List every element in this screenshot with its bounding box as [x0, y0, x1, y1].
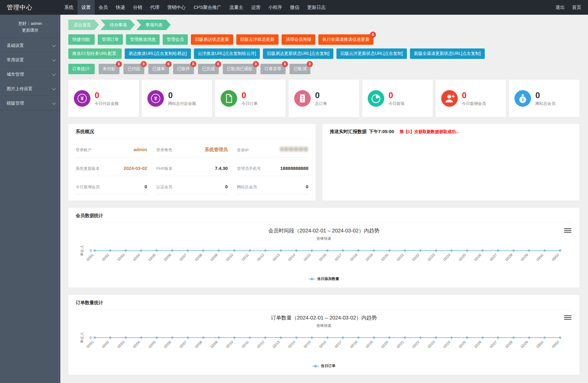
toolbar-button-0-3[interactable]: 旧版易达状态更新 [191, 34, 233, 45]
count-badge: 0 [165, 61, 172, 67]
nav-item-0[interactable]: 系统 [60, 0, 78, 15]
count-badge: 0 [116, 61, 122, 67]
svg-text:02/28: 02/28 [505, 340, 513, 349]
svg-text:02/03: 02/03 [117, 253, 125, 262]
overview-value: 0 [306, 184, 308, 189]
stat-card-4: 0今日提现 [362, 80, 433, 117]
overview-value: 7.4.30 [215, 166, 228, 171]
stat-label: 今日提现 [389, 101, 404, 106]
count-badge: 0 [282, 61, 288, 67]
app-title: 管理中心 [0, 0, 60, 15]
chart-menu-icon[interactable] [564, 227, 571, 233]
nav-item-7[interactable]: CPS聚合推广 [190, 0, 226, 15]
toolbar-button-1-2[interactable]: 旧版易达更新状态URL[点击复制] [263, 48, 333, 59]
sidebar-item-label: 图片上传设置 [7, 86, 32, 92]
nav-item-4[interactable]: 分销 [129, 0, 146, 15]
chevron-down-icon [52, 101, 56, 105]
overview-cell-0-1: 登录角色系统管理员 [156, 139, 228, 158]
nav-right-item-0[interactable]: 退出 [552, 0, 568, 15]
toolbar-button-2-4[interactable]: 已完成0 [198, 64, 219, 74]
chart-menu-icon[interactable] [564, 314, 571, 320]
sidebar-item-4[interactable]: 模版管理 [0, 96, 60, 110]
toolbar-button-2-2[interactable]: 已接单0 [148, 64, 169, 74]
breadcrumb-item-2[interactable]: 事项列表 [136, 20, 171, 30]
sidebar-item-2[interactable]: 城市管理 [0, 67, 60, 82]
sidebar-greeting: 您好：admin 更新缓存 [0, 15, 60, 38]
stat-label: 今日付款金额 [95, 101, 119, 106]
svg-text:02/18: 02/18 [349, 340, 358, 349]
chart-legend[interactable]: 当日添加数量 [76, 276, 572, 282]
line-chart: 0单位:人02/0102/0202/0302/0402/0502/0602/07… [76, 330, 571, 360]
chart-subtitle: 壹锋快递 [76, 323, 572, 328]
toolbar-button-2-1[interactable]: 已付款0 [123, 64, 144, 74]
svg-text:02/19: 02/19 [365, 340, 374, 349]
nav-item-11[interactable]: 微信 [286, 0, 303, 15]
toolbar-button-2-7[interactable]: 已取消0 [290, 64, 310, 74]
nav-item-10[interactable]: 小程序 [264, 0, 286, 15]
count-badge: 0 [253, 61, 259, 67]
toolbar-row-2: 订单统计:未付款0已付款0已接单0已取件0已完成0已取消已退款0订单异常0已取消… [68, 64, 579, 74]
count-badge: 0 [215, 61, 221, 67]
svg-text:02/16: 02/16 [318, 340, 327, 349]
topbar-nav: 系统设置会员快递分销代理营销中心CPS聚合推广流量主运营小程序微信更新日志 [60, 0, 330, 15]
count-badge: 0 [141, 61, 147, 67]
nav-item-1[interactable]: 设置 [78, 0, 95, 15]
stat-card-body: 0网站总会员 [535, 91, 555, 106]
overview-value: 系统管理员 [205, 147, 228, 153]
svg-text:02/19: 02/19 [365, 253, 374, 262]
svg-text:02/04: 02/04 [132, 340, 141, 349]
update-cache-link[interactable]: 更新缓存 [3, 27, 57, 34]
nav-item-5[interactable]: 代理 [146, 0, 163, 15]
toolbar-button-1-4[interactable]: 新版全渠道更新状态URL[点击复制] [410, 48, 485, 59]
toolbar-button-0-4[interactable]: 旧版云洋状态更新 [236, 34, 279, 45]
sidebar-item-3[interactable]: 图片上传设置 [0, 82, 60, 96]
svg-text:02/26: 02/26 [473, 340, 482, 349]
stat-label: 今日订单 [241, 101, 257, 106]
svg-text:02/08: 02/08 [194, 340, 203, 349]
nav-item-8[interactable]: 流量主 [226, 0, 247, 15]
nav-item-2[interactable]: 会员 [95, 0, 112, 15]
nav-item-12[interactable]: 更新日志 [303, 0, 330, 15]
stat-label: 总订单 [315, 101, 327, 106]
line-chart: 0单位:人02/0102/0202/0302/0402/0502/0602/07… [76, 243, 571, 273]
stat-card-body: 0总订单 [315, 91, 327, 106]
nav-item-9[interactable]: 运营 [247, 0, 264, 15]
toolbar-button-0-0[interactable]: 管理订单 [98, 34, 123, 45]
system-overview-grid: 登录账户admin登录角色系统管理员登录IP系统更新版本2024-03-02PH… [76, 139, 308, 194]
overview-label: 登录账户 [76, 147, 92, 153]
push-report-title: 推送实时汇报数据 [330, 129, 366, 135]
member-stats-title: 会员数据统计 [76, 213, 572, 223]
toolbar-button-1-1[interactable]: 云洋推送URL[点击复制给云洋] [194, 48, 260, 59]
toolbar-button-0-2[interactable]: 管理会员 [163, 34, 188, 45]
stat-value: 0 [95, 91, 119, 100]
nav-right-item-1[interactable]: 首页 [568, 0, 585, 15]
toolbar-button-2-0[interactable]: 未付款0 [99, 64, 119, 74]
toolbar-button-2-5[interactable]: 已取消已退款0 [223, 64, 256, 74]
toolbar-button-1-3[interactable]: 旧版云洋更新状态URL[点击复制] [336, 48, 407, 59]
breadcrumb-item-0[interactable]: 后台首页 [68, 20, 99, 30]
overview-value: 18888888888 [280, 166, 309, 171]
svg-text:02/14: 02/14 [287, 340, 296, 349]
overview-label: 今日新增会员 [76, 184, 100, 190]
overview-cell-1-0: 系统更新版本2024-03-02 [76, 158, 147, 176]
breadcrumb-item-1[interactable]: 待办事项 [101, 20, 135, 30]
push-report-message: 第【1】次获取新数据获取成功... [400, 129, 459, 135]
toolbar-button-0-1[interactable]: 管理推送消息 [126, 34, 160, 45]
toolbar-button-2-6[interactable]: 订单异常0 [260, 64, 286, 74]
nav-item-6[interactable]: 营销中心 [163, 0, 190, 15]
stat-label: 今日新增会员 [462, 101, 486, 106]
toolbar-button-1-0[interactable]: 易达推送URL[点击复制给易达] [125, 48, 191, 59]
toolbar-button-0-6[interactable]: 执行全渠道推送信息更新0 [318, 34, 374, 45]
toolbar-button-2-3[interactable]: 已取件0 [173, 64, 194, 74]
svg-text:02/24: 02/24 [442, 340, 451, 349]
sidebar-item-label: 基础设置 [7, 43, 24, 48]
svg-text:02/21: 02/21 [396, 253, 404, 262]
overview-label: 登录IP [237, 147, 248, 153]
nav-item-3[interactable]: 快递 [112, 0, 129, 15]
svg-text:02/13: 02/13 [272, 340, 280, 349]
toolbar-button-0-5[interactable]: 清理会员海报 [282, 34, 315, 45]
count-badge: 0 [190, 61, 196, 67]
sidebar-item-0[interactable]: 基础设置 [0, 38, 60, 53]
chart-legend[interactable]: 当日订单 [76, 363, 572, 369]
sidebar-item-1[interactable]: 常用设置 [0, 53, 60, 67]
